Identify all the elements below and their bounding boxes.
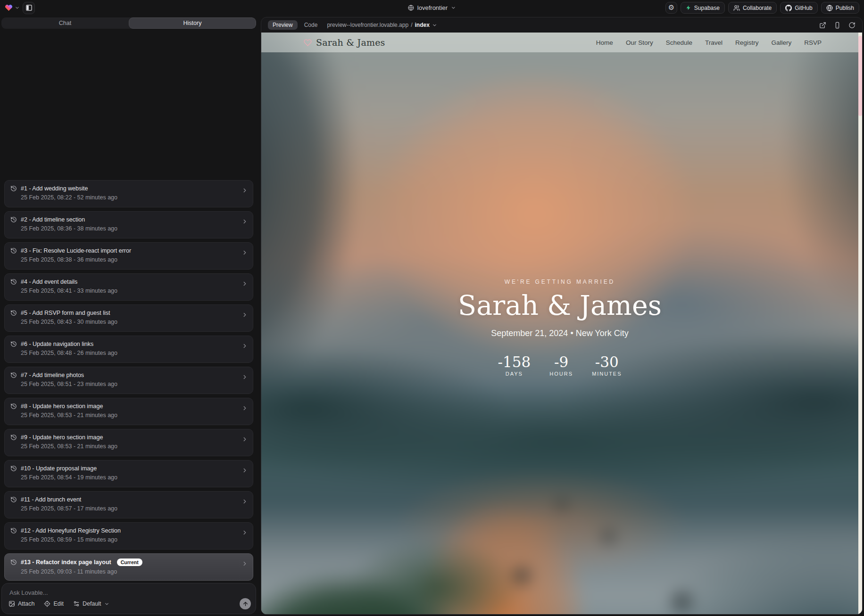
globe-icon — [408, 5, 414, 11]
history-item-title: #3 - Fix: Resolve Lucide-react import er… — [21, 247, 131, 254]
countdown: -158 DAYS -9 HOURS -30 MINUTES — [261, 354, 858, 377]
history-item[interactable]: #13 - Refactor index page layout Current… — [4, 553, 253, 581]
history-item[interactable]: #9 - Update hero section image 25 Feb 20… — [4, 429, 253, 456]
history-item[interactable]: #11 - Add brunch event 25 Feb 2025, 08:5… — [4, 491, 253, 518]
history-item[interactable]: #7 - Add timeline photos 25 Feb 2025, 08… — [4, 367, 253, 394]
history-icon — [10, 279, 17, 285]
tab-code[interactable]: Code — [304, 22, 318, 28]
refresh-button[interactable] — [848, 22, 856, 29]
hero-content: WE'RE GETTING MARRIED Sarah & James Sept… — [261, 279, 858, 377]
history-icon — [10, 559, 17, 566]
history-list: #1 - Add wedding website 25 Feb 2025, 08… — [4, 29, 253, 581]
hero-eyebrow: WE'RE GETTING MARRIED — [261, 279, 858, 285]
sidebar-toggle-button[interactable] — [23, 2, 35, 14]
chevron-down-icon — [15, 5, 20, 10]
history-item[interactable]: #12 - Add Honeyfund Registry Section 25 … — [4, 522, 253, 550]
edit-label: Edit — [53, 600, 64, 607]
history-item-title: #5 - Add RSVP form and guest list — [21, 310, 110, 316]
preview-panel: Preview Code preview--lovefrontier.lovab… — [261, 17, 863, 615]
nav-schedule[interactable]: Schedule — [666, 39, 692, 46]
history-item[interactable]: #2 - Add timeline section 25 Feb 2025, 0… — [4, 211, 253, 238]
topbar: lovefrontier ⚙ Supabase Collaborate — [0, 0, 864, 16]
mode-select[interactable]: Default — [73, 600, 109, 607]
history-icon — [10, 434, 17, 441]
chevron-right-icon — [241, 249, 248, 256]
settings-button[interactable]: ⚙ — [665, 2, 677, 14]
chevron-right-icon — [241, 560, 248, 567]
url-host: preview--lovefrontier.lovable.app — [327, 22, 408, 28]
device-toggle-button[interactable] — [834, 22, 841, 29]
history-item-timestamp: 25 Feb 2025, 08:57 - 17 minutes ago — [21, 505, 247, 512]
history-item-title: #10 - Update proposal image — [21, 465, 97, 472]
scrollbar-thumb[interactable] — [858, 36, 862, 116]
hero-title: Sarah & James — [261, 292, 858, 320]
history-item-timestamp: 25 Feb 2025, 08:59 - 15 minutes ago — [21, 536, 247, 543]
chevron-right-icon — [241, 529, 248, 536]
chevron-right-icon — [241, 187, 248, 194]
countdown-hours: -9 HOURS — [547, 354, 576, 377]
attach-button[interactable]: Attach — [8, 600, 34, 607]
chevron-right-icon — [241, 280, 248, 287]
tab-chat[interactable]: Chat — [1, 17, 129, 29]
history-item-timestamp: 25 Feb 2025, 08:48 - 26 minutes ago — [21, 350, 247, 356]
history-item-title: #12 - Add Honeyfund Registry Section — [21, 527, 121, 534]
history-item-timestamp: 25 Feb 2025, 08:41 - 33 minutes ago — [21, 287, 247, 294]
history-item[interactable]: #1 - Add wedding website 25 Feb 2025, 08… — [4, 180, 253, 207]
history-item-title: #6 - Update navigation links — [21, 341, 93, 347]
panel-left-icon — [25, 4, 33, 11]
publish-button[interactable]: Publish — [821, 2, 859, 14]
project-switcher[interactable]: lovefrontier — [408, 0, 456, 16]
history-item-title: #8 - Update hero section image — [21, 403, 103, 410]
history-item-timestamp: 25 Feb 2025, 08:36 - 38 minutes ago — [21, 225, 247, 232]
site-nav: Home Our Story Schedule Travel Registry … — [596, 39, 822, 46]
history-item[interactable]: #10 - Update proposal image 25 Feb 2025,… — [4, 460, 253, 487]
nav-travel[interactable]: Travel — [705, 39, 723, 46]
nav-rsvp[interactable]: RSVP — [804, 39, 822, 46]
nav-gallery[interactable]: Gallery — [771, 39, 791, 46]
countdown-minutes: -30 MINUTES — [592, 354, 622, 377]
collaborate-label: Collaborate — [743, 5, 772, 11]
history-item-timestamp: 25 Feb 2025, 08:38 - 36 minutes ago — [21, 256, 247, 263]
history-icon — [10, 496, 17, 503]
tab-preview[interactable]: Preview — [268, 20, 298, 30]
history-item-timestamp: 25 Feb 2025, 08:51 - 23 minutes ago — [21, 381, 247, 387]
history-item[interactable]: #5 - Add RSVP form and guest list 25 Feb… — [4, 304, 253, 332]
history-icon — [10, 527, 17, 534]
history-icon — [10, 341, 17, 347]
collaborate-button[interactable]: Collaborate — [728, 2, 777, 14]
history-icon — [10, 465, 17, 472]
app-root: lovefrontier ⚙ Supabase Collaborate — [0, 0, 864, 616]
github-icon — [785, 5, 792, 11]
composer-placeholder[interactable]: Ask Lovable... — [9, 589, 48, 596]
github-button[interactable]: GitHub — [780, 2, 817, 14]
history-item-timestamp: 25 Feb 2025, 08:53 - 21 minutes ago — [21, 412, 247, 419]
edit-button[interactable]: Edit — [44, 600, 64, 607]
chat-composer[interactable]: Ask Lovable... Attach Edit — [1, 583, 256, 614]
chevron-right-icon — [241, 374, 248, 380]
chevron-right-icon — [241, 467, 248, 474]
history-item-title: #11 - Add brunch event — [21, 496, 81, 503]
project-name: lovefrontier — [417, 4, 448, 11]
nav-registry[interactable]: Registry — [735, 39, 759, 46]
send-button[interactable] — [240, 598, 251, 609]
site-brand[interactable]: Sarah & James — [304, 37, 385, 48]
nav-home[interactable]: Home — [596, 39, 613, 46]
tab-history[interactable]: History — [129, 17, 256, 29]
history-item[interactable]: #8 - Update hero section image 25 Feb 20… — [4, 398, 253, 425]
supabase-button[interactable]: Supabase — [681, 2, 725, 14]
chevron-down-icon — [432, 23, 437, 28]
supabase-label: Supabase — [694, 5, 720, 11]
history-item[interactable]: #6 - Update navigation links 25 Feb 2025… — [4, 336, 253, 363]
preview-url[interactable]: preview--lovefrontier.lovable.app / inde… — [327, 22, 437, 28]
countdown-days-label: DAYS — [498, 371, 531, 377]
chevron-right-icon — [241, 218, 248, 225]
history-item-title: #9 - Update hero section image — [21, 434, 103, 441]
history-icon — [10, 372, 17, 378]
history-item[interactable]: #3 - Fix: Resolve Lucide-react import er… — [4, 242, 253, 270]
nav-our-story[interactable]: Our Story — [626, 39, 653, 46]
open-external-button[interactable] — [819, 22, 826, 29]
sidebar-tabs: Chat History — [1, 17, 256, 29]
history-item[interactable]: #4 - Add event details 25 Feb 2025, 08:4… — [4, 273, 253, 301]
countdown-hours-value: -9 — [547, 354, 576, 370]
lovable-logo-menu[interactable] — [5, 4, 20, 12]
